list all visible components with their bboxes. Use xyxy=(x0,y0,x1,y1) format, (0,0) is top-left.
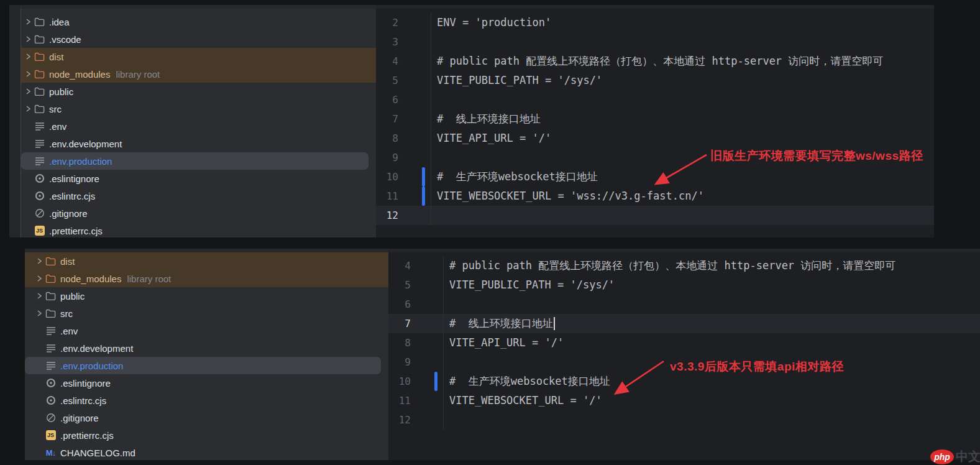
tree-item-node-modules[interactable]: node_moduleslibrary root xyxy=(25,270,388,287)
tree-item-dist[interactable]: dist xyxy=(21,48,376,65)
gitignore-file-icon xyxy=(45,413,56,423)
line-number: 9 xyxy=(376,152,398,163)
chevron-right-icon[interactable] xyxy=(35,257,44,265)
code-text: # 生产环境websocket接口地址 xyxy=(431,167,598,186)
code-line-6[interactable]: 6 xyxy=(376,90,934,109)
tree-item-gitignore[interactable]: .gitignore xyxy=(21,205,376,222)
tree-item-src[interactable]: src xyxy=(21,100,376,117)
chevron-right-icon[interactable] xyxy=(24,52,32,61)
tree-item-label: .gitignore xyxy=(49,208,88,219)
tree-item-suffix: library root xyxy=(116,69,160,80)
tree-item-gitignore[interactable]: .gitignore xyxy=(25,409,388,426)
tree-item-eslintrc-cjs[interactable]: .eslintrc.cjs xyxy=(25,392,388,409)
line-number: 10 xyxy=(376,171,398,183)
tree-item-label: .env xyxy=(60,326,78,336)
line-number: 4 xyxy=(388,260,411,272)
changed-lines-marker xyxy=(422,167,425,186)
code-text: VITE_WEBSOCKET_URL = '/' xyxy=(443,391,602,410)
chevron-right-icon[interactable] xyxy=(35,292,44,300)
tree-item-vscode[interactable]: .vscode xyxy=(21,30,376,48)
code-line-6[interactable]: 6 xyxy=(388,295,980,314)
chevron-spacer xyxy=(35,344,44,352)
tree-item-label: .prettierrc.cjs xyxy=(60,430,114,441)
tree-item-env-production[interactable]: .env.production xyxy=(25,357,381,374)
chevron-right-icon[interactable] xyxy=(24,35,32,44)
env-file-icon xyxy=(34,156,45,167)
chevron-right-icon[interactable] xyxy=(24,87,32,96)
gutter-spacer xyxy=(422,13,425,32)
folder-icon xyxy=(34,86,45,97)
chevron-spacer xyxy=(24,139,32,148)
tree-item-label: .env.development xyxy=(60,343,133,354)
tree-item-node-modules[interactable]: node_moduleslibrary root xyxy=(21,65,376,83)
line-number: 5 xyxy=(376,75,398,86)
env-file-icon xyxy=(34,121,45,132)
tree-item-eslintrc-cjs[interactable]: .eslintrc.cjs xyxy=(21,187,376,205)
code-text: VITE_PUBLIC_PATH = '/sys/' xyxy=(431,71,602,90)
tree-item-idea[interactable]: .idea xyxy=(21,13,376,30)
chevron-spacer xyxy=(24,226,32,235)
tree-item-eslintignore[interactable]: .eslintignore xyxy=(25,374,388,392)
tree-item-prettierrc-cjs[interactable]: JS.prettierrc.cjs xyxy=(21,222,376,237)
gutter-spacer xyxy=(434,333,437,352)
chevron-spacer xyxy=(35,448,44,457)
changed-lines-marker xyxy=(422,186,425,206)
code-line-4[interactable]: 4# public path 配置线上环境路径（打包）、本地通过 http-se… xyxy=(388,256,980,275)
tree-item-label: src xyxy=(60,308,73,319)
gutter-spacer xyxy=(434,256,437,275)
tree-item-public[interactable]: public xyxy=(25,287,388,305)
tree-item-src[interactable]: src xyxy=(25,305,388,322)
tree-item-label: .env.development xyxy=(49,139,122,149)
code-text xyxy=(431,90,437,109)
annotation-new-version: v3.3.9后版本只需填api相对路径 xyxy=(670,359,844,375)
chevron-right-icon[interactable] xyxy=(24,17,32,26)
tree-item-env[interactable]: .env xyxy=(25,322,388,339)
code-line-8[interactable]: 8VITE_API_URL = '/' xyxy=(388,333,980,352)
line-number: 5 xyxy=(388,279,411,291)
code-editor-top[interactable]: 2ENV = 'production'34# public path 配置线上环… xyxy=(376,5,934,237)
code-line-7[interactable]: 7# 线上环境接口地址 xyxy=(388,314,980,333)
tree-item-label: .eslintrc.cjs xyxy=(49,191,95,201)
tree-item-label: .eslintignore xyxy=(60,378,111,389)
code-line-12[interactable]: 12 xyxy=(376,206,934,225)
tree-item-env-production[interactable]: .env.production xyxy=(21,152,369,170)
tree-item-public[interactable]: public xyxy=(21,83,376,100)
line-number: 2 xyxy=(376,17,398,29)
annotation-arrow-top xyxy=(649,151,712,190)
tree-item-dist[interactable]: dist xyxy=(25,252,388,270)
folder-icon xyxy=(45,274,56,284)
chevron-right-icon[interactable] xyxy=(24,104,32,113)
code-line-7[interactable]: 7# 线上环境接口地址 xyxy=(376,109,934,129)
code-text: # 线上环境接口地址 xyxy=(431,109,541,129)
tree-item-env-development[interactable]: .env.development xyxy=(21,135,376,152)
code-line-5[interactable]: 5VITE_PUBLIC_PATH = '/sys/' xyxy=(376,71,934,90)
tree-item-changelog-md[interactable]: M↓CHANGELOG.md xyxy=(25,444,388,460)
chevron-right-icon[interactable] xyxy=(24,70,32,78)
code-line-8[interactable]: 8VITE_API_URL = '/' xyxy=(376,129,934,148)
ide-screenshot-top: .idea.vscodedistnode_moduleslibrary root… xyxy=(9,5,934,237)
tree-item-eslintignore[interactable]: .eslintignore xyxy=(21,170,376,187)
line-number: 12 xyxy=(376,209,398,221)
code-line-12[interactable]: 12 xyxy=(388,410,980,430)
chevron-right-icon[interactable] xyxy=(35,274,44,283)
code-text: # public path 配置线上环境路径（打包）、本地通过 http-ser… xyxy=(443,256,895,275)
ide-left-edge xyxy=(9,5,21,237)
gutter-spacer xyxy=(422,206,425,225)
tree-item-prettierrc-cjs[interactable]: JS.prettierrc.cjs xyxy=(25,426,388,444)
tree-item-env[interactable]: .env xyxy=(21,117,376,135)
code-editor-bottom[interactable]: 4# public path 配置线上环境路径（打包）、本地通过 http-se… xyxy=(388,249,980,460)
chevron-right-icon[interactable] xyxy=(35,309,44,318)
tree-item-env-development[interactable]: .env.development xyxy=(25,339,388,357)
code-line-3[interactable]: 3 xyxy=(376,32,934,52)
eslint-file-icon xyxy=(34,191,45,201)
code-line-2[interactable]: 2ENV = 'production' xyxy=(376,13,934,32)
tree-item-label: dist xyxy=(60,256,75,267)
code-line-11[interactable]: 11VITE_WEBSOCKET_URL = '/' xyxy=(388,391,980,410)
code-text: VITE_API_URL = '/' xyxy=(443,333,564,352)
line-number: 11 xyxy=(376,190,398,202)
code-line-4[interactable]: 4# public path 配置线上环境路径（打包）、本地通过 http-se… xyxy=(376,52,934,71)
code-line-5[interactable]: 5VITE_PUBLIC_PATH = '/sys/' xyxy=(388,275,980,295)
tree-item-label: .idea xyxy=(49,17,70,27)
tree-item-label: .gitignore xyxy=(60,413,99,423)
folder-icon xyxy=(45,256,56,267)
